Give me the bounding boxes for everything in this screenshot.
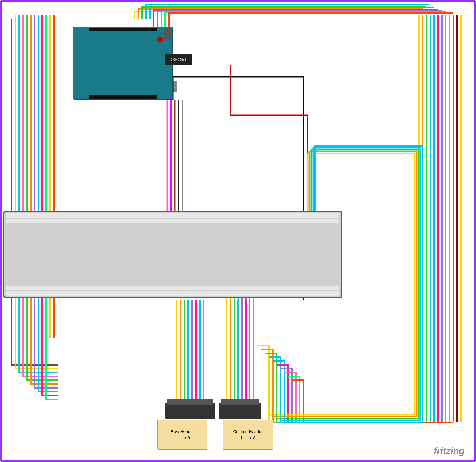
svg-rect-27 [167, 399, 213, 405]
column-header-connector: Column Header 1 ----> 8 [223, 420, 273, 450]
ic-74hc595: 74HC595 [165, 54, 192, 65]
breadboard [4, 211, 342, 298]
svg-rect-25 [165, 403, 215, 419]
arduino-board [73, 27, 173, 100]
row-header-connector: Row Header 1 ----> 8 [157, 420, 207, 450]
svg-rect-28 [221, 399, 259, 405]
svg-rect-26 [219, 403, 261, 419]
fritzing-watermark: fritzing [434, 446, 465, 456]
